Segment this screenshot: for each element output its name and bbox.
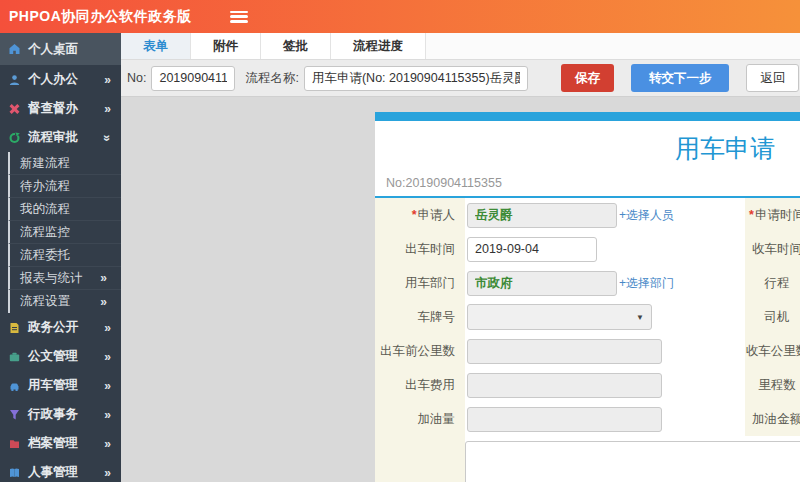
required-asterisk: * [749, 208, 754, 222]
sidebar-item-vehicle-mgmt[interactable]: 用车管理 » [0, 371, 121, 400]
return-time-label: 收车时间 [745, 232, 800, 266]
app-header: PHPOA协同办公软件政务版 [0, 0, 800, 33]
chevron-right-icon: » [104, 408, 111, 422]
departure-time-label: 出车时间 [375, 232, 465, 266]
chevron-down-icon: » [101, 134, 115, 141]
sidebar-item-supervision[interactable]: 督查督办 » [0, 94, 121, 123]
submenu-item-workflow-delegate[interactable]: 流程委托 [8, 244, 121, 267]
chevron-right-icon: » [104, 466, 111, 480]
chevron-right-icon: » [104, 102, 111, 116]
form-row-reason: 申请事由 [375, 436, 800, 482]
applicant-label: * 申请人 [375, 198, 465, 232]
briefcase-icon [8, 351, 22, 363]
form-row-fuel-amount: 加油量 加油金额 [375, 402, 800, 436]
plate-number-label: 车牌号 [375, 300, 465, 334]
form-row-applicant: * 申请人 +选择人员 * 申请时间 [375, 198, 800, 232]
sidebar: 个人桌面 个人办公 » 督查督办 » 流程审批 » 新建流程 待办流程 [0, 33, 121, 482]
no-label: No: [127, 71, 146, 85]
mileage-label: 里程数 [745, 368, 800, 402]
itinerary-label: 行程 [745, 266, 800, 300]
odometer-before-label: 出车前公里数 [375, 334, 465, 368]
departure-time-input[interactable] [467, 237, 597, 262]
odometer-before-input[interactable] [467, 339, 662, 364]
form-title: 用车申请 [375, 132, 800, 165]
main-content: 表单 附件 签批 流程进度 No: 流程名称: 保存 转交下一步 返回 用车申请… [121, 33, 800, 482]
fuel-amount-input[interactable] [467, 407, 662, 432]
submenu-item-reports-statistics[interactable]: 报表与统计 » [8, 267, 121, 290]
sidebar-item-hr-mgmt[interactable]: 人事管理 » [0, 458, 121, 482]
home-icon [8, 43, 22, 55]
sidebar-item-personal-desktop[interactable]: 个人桌面 [0, 33, 121, 65]
reason-textarea[interactable] [465, 441, 800, 482]
user-icon [8, 74, 22, 86]
forward-next-step-button[interactable]: 转交下一步 [631, 64, 730, 92]
tab-workflow-progress[interactable]: 流程进度 [331, 33, 426, 59]
workflow-name-label: 流程名称: [245, 70, 298, 87]
sidebar-item-gov-disclosure[interactable]: 政务公开 » [0, 313, 121, 342]
applicant-input[interactable] [467, 203, 617, 228]
submenu-item-my-workflow[interactable]: 我的流程 [8, 198, 121, 221]
archive-icon [8, 438, 22, 450]
cycle-icon [8, 132, 22, 144]
chevron-right-icon: » [100, 295, 107, 309]
sidebar-item-workflow-approval[interactable]: 流程审批 » [0, 123, 121, 152]
required-asterisk: * [412, 208, 417, 222]
tab-form[interactable]: 表单 [121, 33, 191, 59]
form-row-plate-number: 车牌号 ▼ 司机 [375, 300, 800, 334]
save-button[interactable]: 保存 [561, 64, 614, 92]
vehicle-request-form: 用车申请 No:20190904115355 * 申请人 +选择人员 * 申请时… [375, 112, 800, 482]
select-person-link[interactable]: +选择人员 [619, 207, 674, 224]
chevron-right-icon: » [100, 271, 107, 285]
tab-attachments[interactable]: 附件 [191, 33, 261, 59]
funnel-icon [8, 409, 22, 421]
department-label: 用车部门 [375, 266, 465, 300]
document-icon [8, 322, 22, 334]
tab-signoff[interactable]: 签批 [261, 33, 331, 59]
sidebar-item-admin-affairs[interactable]: 行政事务 » [0, 400, 121, 429]
hamburger-menu-icon[interactable] [230, 11, 248, 23]
submenu-item-workflow-monitor[interactable]: 流程监控 [8, 221, 121, 244]
chevron-right-icon: » [104, 350, 111, 364]
toolbar: No: 流程名称: 保存 转交下一步 返回 [121, 60, 800, 97]
sidebar-item-personal-office[interactable]: 个人办公 » [0, 65, 121, 94]
book-icon [8, 467, 22, 479]
apply-time-label: * 申请时间 [745, 198, 800, 232]
odometer-return-label: 收车公里数 [745, 334, 800, 368]
driver-label: 司机 [745, 300, 800, 334]
sidebar-item-archive-mgmt[interactable]: 档案管理 » [0, 429, 121, 458]
plate-number-select[interactable]: ▼ [467, 304, 652, 330]
fuel-amount-label: 加油量 [375, 402, 465, 436]
tab-bar-filler [426, 33, 800, 59]
cross-icon [8, 103, 22, 115]
form-row-department: 用车部门 +选择部门 行程 [375, 266, 800, 300]
workflow-submenu: 新建流程 待办流程 我的流程 流程监控 流程委托 报表与统计 » 流程设置 » [0, 152, 121, 313]
chevron-right-icon: » [104, 379, 111, 393]
chevron-right-icon: » [104, 321, 111, 335]
tab-bar: 表单 附件 签批 流程进度 [121, 33, 800, 60]
form-row-odometer-before: 出车前公里数 收车公里数 [375, 334, 800, 368]
sidebar-item-official-docs[interactable]: 公文管理 » [0, 342, 121, 371]
form-row-trip-cost: 出车费用 里程数 [375, 368, 800, 402]
form-number: No:20190904115355 [375, 176, 800, 190]
chevron-right-icon: » [104, 73, 111, 87]
dropdown-arrow-icon: ▼ [636, 313, 644, 322]
submenu-item-new-workflow[interactable]: 新建流程 [8, 152, 121, 175]
chevron-right-icon: » [104, 437, 111, 451]
form-row-departure-time: 出车时间 收车时间 [375, 232, 800, 266]
no-input[interactable] [151, 66, 235, 91]
form-top-strip [375, 112, 800, 121]
reason-label: 申请事由 [375, 436, 465, 482]
back-button[interactable]: 返回 [746, 64, 799, 92]
workflow-name-input[interactable] [304, 66, 528, 91]
workspace: 用车申请 No:20190904115355 * 申请人 +选择人员 * 申请时… [121, 97, 800, 481]
fuel-cost-label: 加油金额 [745, 402, 800, 436]
trip-cost-label: 出车费用 [375, 368, 465, 402]
submenu-item-workflow-settings[interactable]: 流程设置 » [8, 290, 121, 313]
select-department-link[interactable]: +选择部门 [619, 275, 674, 292]
car-icon [8, 380, 22, 392]
department-input[interactable] [467, 271, 617, 296]
submenu-item-todo-workflow[interactable]: 待办流程 [8, 175, 121, 198]
trip-cost-input[interactable] [467, 373, 662, 398]
app-title: PHPOA协同办公软件政务版 [0, 8, 192, 26]
